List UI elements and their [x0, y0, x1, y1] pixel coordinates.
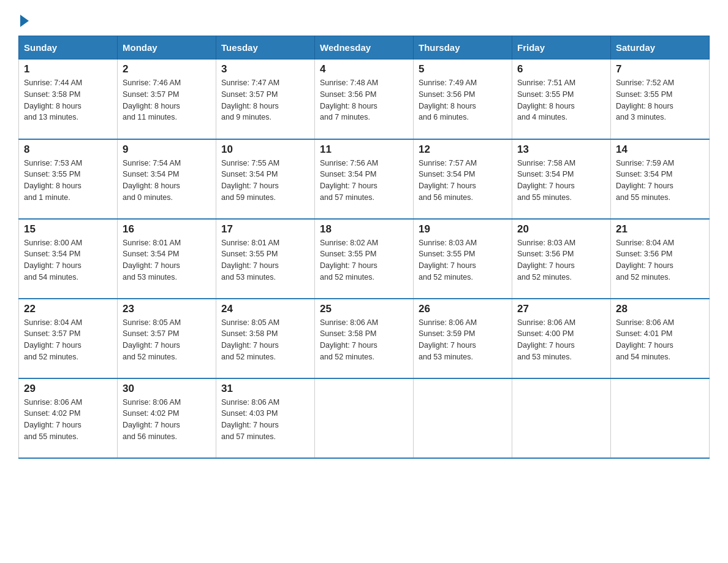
table-row: 28Sunrise: 8:06 AM Sunset: 4:01 PM Dayli…: [611, 299, 710, 378]
table-row: 27Sunrise: 8:06 AM Sunset: 4:00 PM Dayli…: [512, 299, 611, 378]
calendar-table: SundayMondayTuesdayWednesdayThursdayFrid…: [18, 36, 710, 459]
table-row: 10Sunrise: 7:55 AM Sunset: 3:54 PM Dayli…: [216, 139, 315, 219]
day-number: 17: [221, 223, 309, 236]
day-number: 12: [419, 144, 507, 156]
header-tuesday: Tuesday: [216, 36, 315, 59]
day-info: Sunrise: 8:06 AM Sunset: 4:00 PM Dayligh…: [517, 317, 605, 363]
day-info: Sunrise: 7:59 AM Sunset: 3:54 PM Dayligh…: [616, 158, 704, 204]
day-number: 3: [221, 63, 309, 75]
day-info: Sunrise: 8:04 AM Sunset: 3:56 PM Dayligh…: [616, 237, 704, 283]
table-row: 8Sunrise: 7:53 AM Sunset: 3:55 PM Daylig…: [19, 139, 118, 219]
day-info: Sunrise: 8:01 AM Sunset: 3:55 PM Dayligh…: [221, 237, 309, 283]
header-wednesday: Wednesday: [315, 36, 414, 59]
table-row: 1Sunrise: 7:44 AM Sunset: 3:58 PM Daylig…: [19, 59, 118, 139]
day-info: Sunrise: 8:06 AM Sunset: 4:02 PM Dayligh…: [24, 397, 112, 443]
day-info: Sunrise: 7:55 AM Sunset: 3:54 PM Dayligh…: [221, 158, 309, 204]
logo-triangle-icon: [20, 15, 29, 27]
table-row: 22Sunrise: 8:04 AM Sunset: 3:57 PM Dayli…: [19, 299, 118, 378]
day-number: 25: [320, 303, 408, 315]
day-info: Sunrise: 8:02 AM Sunset: 3:55 PM Dayligh…: [320, 237, 408, 283]
logo: [18, 12, 29, 25]
table-row: [414, 378, 512, 458]
table-row: 4Sunrise: 7:48 AM Sunset: 3:56 PM Daylig…: [315, 59, 414, 139]
table-row: 11Sunrise: 7:56 AM Sunset: 3:54 PM Dayli…: [315, 139, 414, 219]
week-row-2: 8Sunrise: 7:53 AM Sunset: 3:55 PM Daylig…: [19, 139, 710, 219]
day-number: 18: [320, 223, 408, 236]
day-info: Sunrise: 8:05 AM Sunset: 3:57 PM Dayligh…: [123, 317, 211, 363]
week-row-1: 1Sunrise: 7:44 AM Sunset: 3:58 PM Daylig…: [19, 59, 710, 139]
day-number: 22: [24, 303, 112, 315]
table-row: 23Sunrise: 8:05 AM Sunset: 3:57 PM Dayli…: [118, 299, 216, 378]
day-info: Sunrise: 8:03 AM Sunset: 3:56 PM Dayligh…: [517, 237, 605, 283]
day-number: 31: [221, 383, 309, 395]
week-row-3: 15Sunrise: 8:00 AM Sunset: 3:54 PM Dayli…: [19, 219, 710, 299]
day-info: Sunrise: 7:56 AM Sunset: 3:54 PM Dayligh…: [320, 158, 408, 204]
day-number: 30: [123, 383, 211, 395]
table-row: 30Sunrise: 8:06 AM Sunset: 4:02 PM Dayli…: [118, 378, 216, 458]
day-number: 26: [419, 303, 507, 315]
table-row: 20Sunrise: 8:03 AM Sunset: 3:56 PM Dayli…: [512, 219, 611, 299]
header-thursday: Thursday: [414, 36, 512, 59]
day-info: Sunrise: 7:53 AM Sunset: 3:55 PM Dayligh…: [24, 158, 112, 204]
table-row: 5Sunrise: 7:49 AM Sunset: 3:56 PM Daylig…: [414, 59, 512, 139]
day-number: 8: [24, 144, 112, 156]
day-info: Sunrise: 8:06 AM Sunset: 3:58 PM Dayligh…: [320, 317, 408, 363]
table-row: 6Sunrise: 7:51 AM Sunset: 3:55 PM Daylig…: [512, 59, 611, 139]
day-number: 29: [24, 383, 112, 395]
day-info: Sunrise: 7:57 AM Sunset: 3:54 PM Dayligh…: [419, 158, 507, 204]
table-row: 19Sunrise: 8:03 AM Sunset: 3:55 PM Dayli…: [414, 219, 512, 299]
table-row: 14Sunrise: 7:59 AM Sunset: 3:54 PM Dayli…: [611, 139, 710, 219]
day-number: 14: [616, 144, 704, 156]
day-number: 20: [517, 223, 605, 236]
day-number: 6: [517, 63, 605, 75]
table-row: 7Sunrise: 7:52 AM Sunset: 3:55 PM Daylig…: [611, 59, 710, 139]
day-number: 4: [320, 63, 408, 75]
day-info: Sunrise: 7:44 AM Sunset: 3:58 PM Dayligh…: [24, 77, 112, 123]
table-row: [315, 378, 414, 458]
header-saturday: Saturday: [611, 36, 710, 59]
table-row: 21Sunrise: 8:04 AM Sunset: 3:56 PM Dayli…: [611, 219, 710, 299]
day-number: 27: [517, 303, 605, 315]
day-info: Sunrise: 7:52 AM Sunset: 3:55 PM Dayligh…: [616, 77, 704, 123]
day-info: Sunrise: 8:01 AM Sunset: 3:54 PM Dayligh…: [123, 237, 211, 283]
day-info: Sunrise: 7:58 AM Sunset: 3:54 PM Dayligh…: [517, 158, 605, 204]
table-row: 18Sunrise: 8:02 AM Sunset: 3:55 PM Dayli…: [315, 219, 414, 299]
week-row-5: 29Sunrise: 8:06 AM Sunset: 4:02 PM Dayli…: [19, 378, 710, 458]
header-monday: Monday: [118, 36, 216, 59]
day-number: 23: [123, 303, 211, 315]
day-number: 19: [419, 223, 507, 236]
day-info: Sunrise: 7:47 AM Sunset: 3:57 PM Dayligh…: [221, 77, 309, 123]
table-row: 15Sunrise: 8:00 AM Sunset: 3:54 PM Dayli…: [19, 219, 118, 299]
table-row: [611, 378, 710, 458]
table-row: 31Sunrise: 8:06 AM Sunset: 4:03 PM Dayli…: [216, 378, 315, 458]
table-row: 2Sunrise: 7:46 AM Sunset: 3:57 PM Daylig…: [118, 59, 216, 139]
day-number: 13: [517, 144, 605, 156]
day-number: 16: [123, 223, 211, 236]
day-info: Sunrise: 7:48 AM Sunset: 3:56 PM Dayligh…: [320, 77, 408, 123]
table-row: 12Sunrise: 7:57 AM Sunset: 3:54 PM Dayli…: [414, 139, 512, 219]
table-row: 24Sunrise: 8:05 AM Sunset: 3:58 PM Dayli…: [216, 299, 315, 378]
day-number: 5: [419, 63, 507, 75]
header-sunday: Sunday: [19, 36, 118, 59]
table-row: 13Sunrise: 7:58 AM Sunset: 3:54 PM Dayli…: [512, 139, 611, 219]
day-info: Sunrise: 7:49 AM Sunset: 3:56 PM Dayligh…: [419, 77, 507, 123]
day-info: Sunrise: 8:05 AM Sunset: 3:58 PM Dayligh…: [221, 317, 309, 363]
day-number: 9: [123, 144, 211, 156]
header-friday: Friday: [512, 36, 611, 59]
day-number: 24: [221, 303, 309, 315]
day-number: 11: [320, 144, 408, 156]
table-row: 3Sunrise: 7:47 AM Sunset: 3:57 PM Daylig…: [216, 59, 315, 139]
table-row: 9Sunrise: 7:54 AM Sunset: 3:54 PM Daylig…: [118, 139, 216, 219]
table-row: 29Sunrise: 8:06 AM Sunset: 4:02 PM Dayli…: [19, 378, 118, 458]
day-number: 10: [221, 144, 309, 156]
day-number: 21: [616, 223, 704, 236]
day-info: Sunrise: 8:06 AM Sunset: 3:59 PM Dayligh…: [419, 317, 507, 363]
table-row: 26Sunrise: 8:06 AM Sunset: 3:59 PM Dayli…: [414, 299, 512, 378]
day-info: Sunrise: 8:00 AM Sunset: 3:54 PM Dayligh…: [24, 237, 112, 283]
day-info: Sunrise: 8:06 AM Sunset: 4:03 PM Dayligh…: [221, 397, 309, 443]
day-info: Sunrise: 8:06 AM Sunset: 4:01 PM Dayligh…: [616, 317, 704, 363]
day-info: Sunrise: 8:06 AM Sunset: 4:02 PM Dayligh…: [123, 397, 211, 443]
day-info: Sunrise: 8:03 AM Sunset: 3:55 PM Dayligh…: [419, 237, 507, 283]
day-info: Sunrise: 7:46 AM Sunset: 3:57 PM Dayligh…: [123, 77, 211, 123]
day-number: 15: [24, 223, 112, 236]
